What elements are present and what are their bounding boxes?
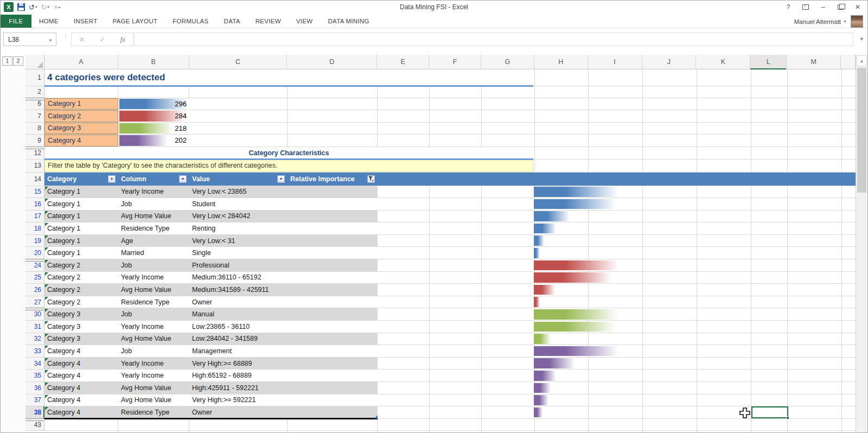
avatar[interactable] <box>851 15 863 28</box>
column-header-J[interactable]: J <box>642 55 697 69</box>
row-header-18[interactable]: 18 <box>25 222 44 235</box>
outline-level-2[interactable]: 2 <box>13 56 23 66</box>
cell-column[interactable]: Residence Type <box>118 222 189 234</box>
cell-column[interactable]: Yearly Income <box>118 358 189 370</box>
summary-value-cell[interactable]: 284 <box>118 110 189 122</box>
cell-category[interactable]: Category 3 <box>44 321 118 333</box>
cell-relative-importance[interactable] <box>288 247 378 259</box>
cell-relative-importance[interactable] <box>288 345 378 357</box>
row-header-35[interactable]: 35 <box>25 370 44 382</box>
summary-category-label[interactable]: Category 3 <box>44 123 118 135</box>
cell-relative-importance[interactable] <box>288 272 378 284</box>
filter-dropdown-icon[interactable]: ▼ <box>108 175 116 183</box>
row-header-33[interactable]: 33 <box>25 345 44 358</box>
cell-column[interactable]: Residence Type <box>118 406 189 418</box>
minimize-button[interactable]: – <box>815 2 831 12</box>
column-header-M[interactable]: M <box>787 55 841 69</box>
cell-category[interactable]: Category 1 <box>44 186 118 198</box>
cell-category[interactable]: Category 2 <box>44 296 118 308</box>
cell-value[interactable]: Very Low:< 284042 <box>189 211 288 222</box>
cell-category[interactable]: Category 4 <box>44 370 118 381</box>
outline-level-1[interactable]: 1 <box>2 56 12 66</box>
select-all-button[interactable] <box>25 55 44 69</box>
summary-value-cell[interactable]: 296 <box>118 98 189 110</box>
tab-data-mining[interactable]: DATA MINING <box>320 15 376 28</box>
cell-relative-importance[interactable] <box>288 406 378 418</box>
insert-function-button[interactable]: fx <box>120 35 125 44</box>
fill-handle[interactable] <box>786 416 789 419</box>
row-header-13[interactable]: 13 <box>25 160 44 173</box>
cell-relative-importance[interactable] <box>288 222 378 234</box>
cell-column[interactable]: Avg Home Value <box>118 394 189 406</box>
close-button[interactable]: ✕ <box>850 2 865 12</box>
cell-category[interactable]: Category 2 <box>44 284 118 296</box>
cell-column[interactable]: Yearly Income <box>118 186 189 198</box>
cell-relative-importance[interactable] <box>288 333 378 345</box>
summary-category-label[interactable]: Category 1 <box>44 98 118 110</box>
cell-column[interactable]: Avg Home Value <box>118 211 189 222</box>
cell-column[interactable]: Avg Home Value <box>118 382 189 394</box>
row-header-2[interactable]: 2 <box>25 86 44 98</box>
cell-category[interactable]: Category 1 <box>44 211 118 222</box>
row-header-17[interactable]: 17 <box>25 211 44 223</box>
cell-category[interactable]: Category 4 <box>44 345 118 357</box>
column-header-K[interactable]: K <box>696 55 750 69</box>
row-header-20[interactable]: 20 <box>25 247 44 259</box>
cell-value[interactable]: Very Low:< 23865 <box>189 186 288 198</box>
tab-file[interactable]: FILE <box>1 15 31 28</box>
scroll-up-icon[interactable]: ▲ <box>857 55 867 66</box>
cell-category[interactable]: Category 4 <box>44 382 118 394</box>
filter-applied-icon[interactable] <box>367 175 375 183</box>
row-header-9[interactable]: 9 <box>25 135 44 147</box>
column-header-H[interactable]: H <box>534 55 588 69</box>
cell-column[interactable]: Residence Type <box>118 296 189 308</box>
cell-relative-importance[interactable] <box>288 394 378 406</box>
cell-relative-importance[interactable] <box>288 308 378 320</box>
table-header-category[interactable]: Category▼ <box>44 173 118 186</box>
cell-relative-importance[interactable] <box>288 321 378 333</box>
cell-category[interactable]: Category 1 <box>44 198 118 210</box>
cell-value[interactable]: Very High:>= 68889 <box>189 358 288 370</box>
cell-column[interactable]: Avg Home Value <box>118 284 189 296</box>
cell-value[interactable]: Medium:341589 - 425911 <box>189 284 288 296</box>
row-header-16[interactable]: 16 <box>25 198 44 211</box>
cell-category[interactable]: Category 4 <box>44 406 118 418</box>
cell-relative-importance[interactable] <box>288 296 378 308</box>
cell-value[interactable]: High:65192 - 68889 <box>189 370 288 381</box>
row-header-25[interactable]: 25 <box>25 272 44 284</box>
row-header-24[interactable]: 24 <box>25 259 44 272</box>
column-header-B[interactable]: B <box>118 55 189 69</box>
formula-input[interactable] <box>134 33 853 46</box>
row-header-26[interactable]: 26 <box>25 284 44 296</box>
cancel-button[interactable]: ✕ <box>79 36 85 43</box>
cell-column[interactable]: Job <box>118 345 189 357</box>
tab-insert[interactable]: INSERT <box>66 15 105 28</box>
row-header-12[interactable]: 12 <box>25 147 44 160</box>
cell-relative-importance[interactable] <box>288 284 378 296</box>
column-header-I[interactable]: I <box>588 55 642 69</box>
ribbon-display-options-button[interactable] <box>798 2 813 12</box>
row-header-32[interactable]: 32 <box>25 333 44 346</box>
row-header-30[interactable]: 30 <box>25 308 44 321</box>
row-header-15[interactable]: 15 <box>25 186 44 199</box>
tab-review[interactable]: REVIEW <box>248 15 289 28</box>
filter-dropdown-icon[interactable]: ▼ <box>277 175 285 183</box>
cell-relative-importance[interactable] <box>288 235 378 247</box>
column-header-A[interactable]: A <box>44 55 118 69</box>
cell-value[interactable]: Single <box>189 247 288 259</box>
summary-category-label[interactable]: Category 4 <box>44 135 118 147</box>
cell-relative-importance[interactable] <box>288 186 378 198</box>
summary-value-cell[interactable]: 218 <box>118 123 189 135</box>
cell-column[interactable]: Age <box>118 235 189 247</box>
tab-view[interactable]: VIEW <box>289 15 321 28</box>
row-header-31[interactable]: 31 <box>25 321 44 333</box>
table-resize-handle[interactable] <box>374 415 378 418</box>
cell-value[interactable]: Management <box>189 345 288 357</box>
cell-category[interactable]: Category 3 <box>44 333 118 345</box>
cell-column[interactable]: Yearly Income <box>118 370 189 381</box>
cell-relative-importance[interactable] <box>288 358 378 370</box>
account-menu[interactable]: Manuel Altermatt ▼ <box>794 15 847 28</box>
restore-button[interactable] <box>833 2 848 12</box>
column-header-E[interactable]: E <box>377 55 429 69</box>
row-header-34[interactable]: 34 <box>25 358 44 370</box>
